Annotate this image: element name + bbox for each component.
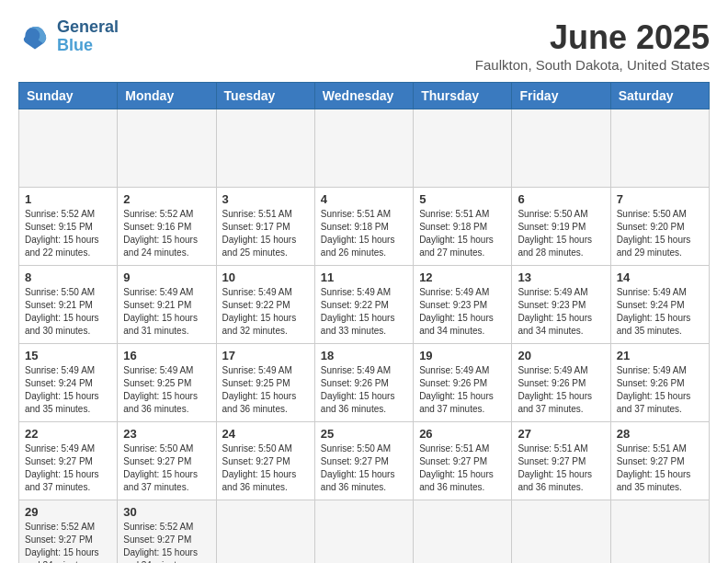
calendar-day-cell: 22Sunrise: 5:49 AMSunset: 9:27 PMDayligh… xyxy=(19,422,118,500)
day-info: Sunrise: 5:49 AMSunset: 9:23 PMDaylight:… xyxy=(518,286,604,338)
day-number: 16 xyxy=(123,349,210,362)
day-number: 22 xyxy=(25,427,111,441)
day-number: 11 xyxy=(321,270,407,284)
day-info: Sunrise: 5:49 AMSunset: 9:24 PMDaylight:… xyxy=(617,286,703,338)
day-info: Sunrise: 5:52 AMSunset: 9:16 PMDaylight:… xyxy=(123,208,210,259)
logo-text: General Blue xyxy=(57,18,119,55)
day-number: 30 xyxy=(123,505,210,519)
calendar-day-cell xyxy=(19,109,118,188)
calendar-header-row: SundayMondayTuesdayWednesdayThursdayFrid… xyxy=(19,83,710,109)
calendar-day-cell: 4Sunrise: 5:51 AMSunset: 9:18 PMDaylight… xyxy=(314,188,413,266)
day-number: 15 xyxy=(25,349,111,362)
calendar-week-row: 15Sunrise: 5:49 AMSunset: 9:24 PMDayligh… xyxy=(19,344,710,422)
calendar-day-cell xyxy=(216,500,314,564)
day-number: 29 xyxy=(25,505,111,519)
day-info: Sunrise: 5:49 AMSunset: 9:22 PMDaylight:… xyxy=(222,286,309,338)
day-info: Sunrise: 5:52 AMSunset: 9:27 PMDaylight:… xyxy=(123,521,210,563)
day-info: Sunrise: 5:51 AMSunset: 9:27 PMDaylight:… xyxy=(518,442,604,494)
day-number: 20 xyxy=(518,349,604,362)
day-number: 4 xyxy=(321,192,407,206)
day-info: Sunrise: 5:51 AMSunset: 9:18 PMDaylight:… xyxy=(321,208,407,259)
day-info: Sunrise: 5:51 AMSunset: 9:27 PMDaylight:… xyxy=(617,442,703,494)
weekday-header-sunday: Sunday xyxy=(19,83,118,109)
day-number: 9 xyxy=(123,270,210,284)
calendar-day-cell: 8Sunrise: 5:50 AMSunset: 9:21 PMDaylight… xyxy=(19,266,118,344)
day-info: Sunrise: 5:49 AMSunset: 9:24 PMDaylight:… xyxy=(25,364,111,416)
day-number: 3 xyxy=(222,192,309,206)
calendar-day-cell: 16Sunrise: 5:49 AMSunset: 9:25 PMDayligh… xyxy=(118,344,216,422)
calendar-day-cell: 1Sunrise: 5:52 AMSunset: 9:15 PMDaylight… xyxy=(19,188,118,266)
title-section: June 2025 Faulkton, South Dakota, United… xyxy=(475,18,710,73)
day-number: 17 xyxy=(222,349,309,362)
calendar-day-cell: 14Sunrise: 5:49 AMSunset: 9:24 PMDayligh… xyxy=(610,266,709,344)
weekday-header-monday: Monday xyxy=(118,83,216,109)
calendar-day-cell: 9Sunrise: 5:49 AMSunset: 9:21 PMDaylight… xyxy=(118,266,216,344)
day-number: 7 xyxy=(617,192,703,206)
logo: General Blue xyxy=(18,18,119,55)
calendar-day-cell: 2Sunrise: 5:52 AMSunset: 9:16 PMDaylight… xyxy=(118,188,216,266)
day-number: 12 xyxy=(419,270,506,284)
calendar-day-cell xyxy=(216,109,314,188)
day-info: Sunrise: 5:50 AMSunset: 9:19 PMDaylight:… xyxy=(518,208,604,259)
calendar-day-cell xyxy=(314,500,413,564)
calendar-week-row: 29Sunrise: 5:52 AMSunset: 9:27 PMDayligh… xyxy=(19,500,710,564)
day-info: Sunrise: 5:50 AMSunset: 9:21 PMDaylight:… xyxy=(25,286,111,338)
calendar-day-cell xyxy=(512,109,610,188)
calendar-day-cell xyxy=(414,109,512,188)
day-number: 8 xyxy=(25,270,111,284)
calendar-day-cell: 6Sunrise: 5:50 AMSunset: 9:19 PMDaylight… xyxy=(512,188,610,266)
weekday-header-saturday: Saturday xyxy=(610,83,709,109)
day-info: Sunrise: 5:50 AMSunset: 9:27 PMDaylight:… xyxy=(321,442,407,494)
day-info: Sunrise: 5:49 AMSunset: 9:26 PMDaylight:… xyxy=(419,364,506,416)
calendar-day-cell: 25Sunrise: 5:50 AMSunset: 9:27 PMDayligh… xyxy=(314,422,413,500)
page-header: General Blue June 2025 Faulkton, South D… xyxy=(18,18,710,73)
calendar-day-cell: 7Sunrise: 5:50 AMSunset: 9:20 PMDaylight… xyxy=(610,188,709,266)
day-info: Sunrise: 5:49 AMSunset: 9:23 PMDaylight:… xyxy=(419,286,506,338)
calendar-day-cell xyxy=(118,109,216,188)
day-info: Sunrise: 5:50 AMSunset: 9:20 PMDaylight:… xyxy=(617,208,703,259)
weekday-header-wednesday: Wednesday xyxy=(314,83,413,109)
day-info: Sunrise: 5:49 AMSunset: 9:22 PMDaylight:… xyxy=(321,286,407,338)
calendar-day-cell: 27Sunrise: 5:51 AMSunset: 9:27 PMDayligh… xyxy=(512,422,610,500)
day-info: Sunrise: 5:49 AMSunset: 9:25 PMDaylight:… xyxy=(123,364,210,416)
calendar-day-cell: 29Sunrise: 5:52 AMSunset: 9:27 PMDayligh… xyxy=(19,500,118,564)
day-info: Sunrise: 5:52 AMSunset: 9:15 PMDaylight:… xyxy=(25,208,111,259)
day-number: 19 xyxy=(419,349,506,362)
day-number: 28 xyxy=(617,427,703,441)
day-info: Sunrise: 5:52 AMSunset: 9:27 PMDaylight:… xyxy=(25,521,111,563)
calendar-day-cell: 17Sunrise: 5:49 AMSunset: 9:25 PMDayligh… xyxy=(216,344,314,422)
calendar-week-row xyxy=(19,109,710,188)
calendar-day-cell xyxy=(414,500,512,564)
day-info: Sunrise: 5:51 AMSunset: 9:27 PMDaylight:… xyxy=(419,442,506,494)
day-info: Sunrise: 5:49 AMSunset: 9:21 PMDaylight:… xyxy=(123,286,210,338)
weekday-header-friday: Friday xyxy=(512,83,610,109)
day-info: Sunrise: 5:49 AMSunset: 9:25 PMDaylight:… xyxy=(222,364,309,416)
day-number: 1 xyxy=(25,192,111,206)
calendar-day-cell: 12Sunrise: 5:49 AMSunset: 9:23 PMDayligh… xyxy=(414,266,512,344)
calendar-day-cell xyxy=(314,109,413,188)
day-number: 27 xyxy=(518,427,604,441)
calendar-day-cell: 13Sunrise: 5:49 AMSunset: 9:23 PMDayligh… xyxy=(512,266,610,344)
day-number: 26 xyxy=(419,427,506,441)
day-number: 21 xyxy=(617,349,703,362)
calendar-day-cell: 23Sunrise: 5:50 AMSunset: 9:27 PMDayligh… xyxy=(118,422,216,500)
day-info: Sunrise: 5:49 AMSunset: 9:26 PMDaylight:… xyxy=(518,364,604,416)
calendar-day-cell: 30Sunrise: 5:52 AMSunset: 9:27 PMDayligh… xyxy=(118,500,216,564)
calendar-day-cell: 20Sunrise: 5:49 AMSunset: 9:26 PMDayligh… xyxy=(512,344,610,422)
month-year-title: June 2025 xyxy=(475,18,710,57)
day-number: 18 xyxy=(321,349,407,362)
calendar-day-cell: 26Sunrise: 5:51 AMSunset: 9:27 PMDayligh… xyxy=(414,422,512,500)
calendar-table: SundayMondayTuesdayWednesdayThursdayFrid… xyxy=(18,82,710,563)
calendar-day-cell: 15Sunrise: 5:49 AMSunset: 9:24 PMDayligh… xyxy=(19,344,118,422)
day-info: Sunrise: 5:49 AMSunset: 9:26 PMDaylight:… xyxy=(321,364,407,416)
day-number: 6 xyxy=(518,192,604,206)
weekday-header-thursday: Thursday xyxy=(414,83,512,109)
calendar-day-cell xyxy=(512,500,610,564)
day-number: 25 xyxy=(321,427,407,441)
day-number: 5 xyxy=(419,192,506,206)
logo-icon xyxy=(18,20,51,53)
day-info: Sunrise: 5:49 AMSunset: 9:26 PMDaylight:… xyxy=(617,364,703,416)
day-number: 10 xyxy=(222,270,309,284)
weekday-header-tuesday: Tuesday xyxy=(216,83,314,109)
calendar-day-cell: 19Sunrise: 5:49 AMSunset: 9:26 PMDayligh… xyxy=(414,344,512,422)
